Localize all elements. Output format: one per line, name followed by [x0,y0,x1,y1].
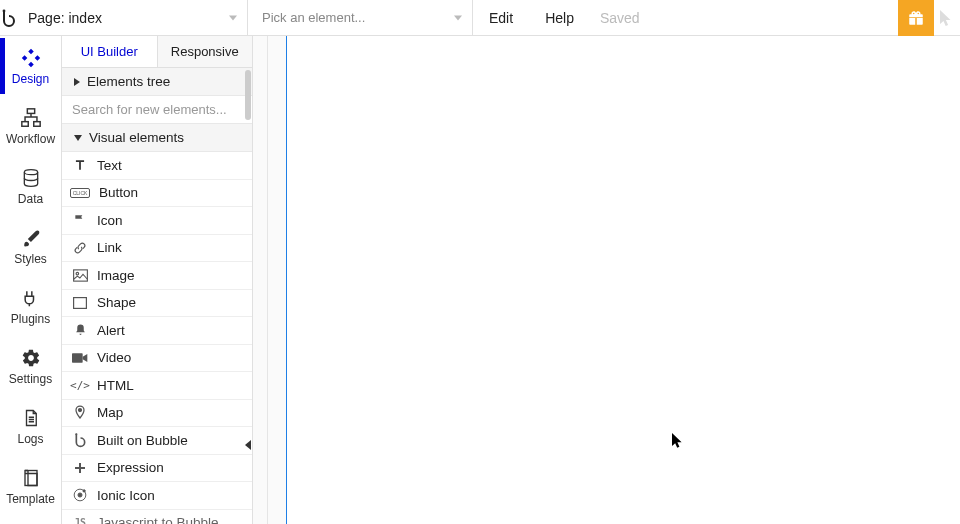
elements-tree-label: Elements tree [87,74,170,89]
palette-item-label: Icon [97,213,123,228]
sidebar-item-settings[interactable]: Settings [0,336,61,396]
visual-elements-label: Visual elements [89,130,184,145]
logs-icon [20,407,42,429]
palette-item-label: Built on Bubble [97,433,188,448]
palette-item-label: Image [97,268,135,283]
palette-item-shape[interactable]: Shape [62,290,252,318]
palette-item-expression[interactable]: Expression [62,455,252,483]
palette-item-video[interactable]: Video [62,345,252,373]
sidebar-label: Styles [14,252,47,266]
scrollbar-thumb[interactable] [245,70,251,120]
palette-item-link[interactable]: Link [62,235,252,263]
bubble-icon [72,432,88,448]
palette-item-text[interactable]: Text [62,152,252,180]
sidebar-label: Plugins [11,312,50,326]
help-button[interactable]: Help [529,0,590,35]
canvas-area[interactable] [253,36,960,524]
plus-icon [72,460,88,476]
palette-tabs: UI Builder Responsive [62,36,252,68]
mouse-cursor [671,432,685,450]
palette-item-button[interactable]: CLICK Button [62,180,252,208]
element-picker[interactable]: Pick an element... [248,0,473,35]
palette-item-image[interactable]: Image [62,262,252,290]
svg-rect-3 [33,121,39,126]
svg-text:CLICK: CLICK [73,190,88,196]
save-status: Saved [590,0,650,35]
palette-item-ionic-icon[interactable]: Ionic Icon [62,482,252,510]
palette-item-label: Video [97,350,131,365]
palette-item-label: Expression [97,460,164,475]
palette-item-label: HTML [97,378,134,393]
sidebar-item-template[interactable]: Template [0,456,61,516]
svg-rect-10 [74,297,87,308]
palette-item-label: Shape [97,295,136,310]
template-icon [20,467,42,489]
js-icon: JS [72,515,88,524]
visual-elements-header[interactable]: Visual elements [62,124,252,152]
svg-rect-8 [73,270,87,281]
elements-palette: UI Builder Responsive Elements tree Visu… [62,36,253,524]
plugins-icon [20,287,42,309]
arrow-tool[interactable] [934,0,960,35]
tab-responsive[interactable]: Responsive [158,36,253,67]
sidebar-item-data[interactable]: Data [0,156,61,216]
sidebar-label: Settings [9,372,52,386]
sidebar-item-logs[interactable]: Logs [0,396,61,456]
palette-body: Elements tree Visual elements Text CLICK… [62,68,252,524]
palette-scrollbar[interactable] [244,68,252,524]
caret-down-icon [229,15,237,20]
left-sidebar: Design Workflow Data Styles Plugins Sett… [0,36,62,524]
workflow-icon [20,107,42,129]
ionic-icon [72,487,88,503]
styles-icon [20,227,42,249]
palette-item-alert[interactable]: Alert [62,317,252,345]
alert-icon [72,322,88,338]
palette-item-label: Ionic Icon [97,488,155,503]
palette-item-javascript-to-bubble[interactable]: JS Javascript to Bubble [62,510,252,525]
palette-item-built-on-bubble[interactable]: Built on Bubble [62,427,252,455]
settings-icon [20,347,42,369]
sidebar-item-design[interactable]: Design [0,36,61,96]
svg-point-0 [3,9,6,12]
sidebar-item-styles[interactable]: Styles [0,216,61,276]
collapse-palette-arrow[interactable] [245,440,251,450]
palette-item-label: Alert [97,323,125,338]
html-icon: </> [72,377,88,393]
svg-point-16 [83,490,85,492]
sidebar-label: Workflow [6,132,55,146]
palette-item-label: Map [97,405,123,420]
palette-item-label: Link [97,240,122,255]
arrow-icon [939,9,955,27]
gift-button[interactable] [898,0,934,36]
flag-icon [72,212,88,228]
sidebar-label: Design [12,72,49,86]
shape-icon [72,295,88,311]
element-picker-label: Pick an element... [262,10,365,25]
button-icon: CLICK [70,185,90,201]
palette-item-html[interactable]: </> HTML [62,372,252,400]
bubble-logo [0,0,18,35]
gift-icon [907,9,925,27]
tab-ui-builder[interactable]: UI Builder [62,36,158,67]
edit-button[interactable]: Edit [473,0,529,35]
caret-down-icon [454,15,462,20]
palette-search-row [62,96,252,124]
palette-item-label: Javascript to Bubble [97,515,219,524]
sidebar-item-workflow[interactable]: Workflow [0,96,61,156]
sidebar-label: Data [18,192,43,206]
elements-tree-header[interactable]: Elements tree [62,68,252,96]
palette-item-icon[interactable]: Icon [62,207,252,235]
sidebar-label: Logs [17,432,43,446]
page-selector-label: Page: index [28,10,102,26]
palette-item-map[interactable]: Map [62,400,252,428]
svg-point-9 [76,272,79,275]
sidebar-item-plugins[interactable]: Plugins [0,276,61,336]
page-selector[interactable]: Page: index [18,0,248,35]
canvas-page[interactable] [287,36,960,524]
text-icon [72,157,88,173]
sidebar-label: Template [6,492,55,506]
svg-point-13 [75,433,77,435]
canvas-ruler-line [267,36,268,524]
spacer [650,0,898,35]
palette-search-input[interactable] [72,102,242,117]
